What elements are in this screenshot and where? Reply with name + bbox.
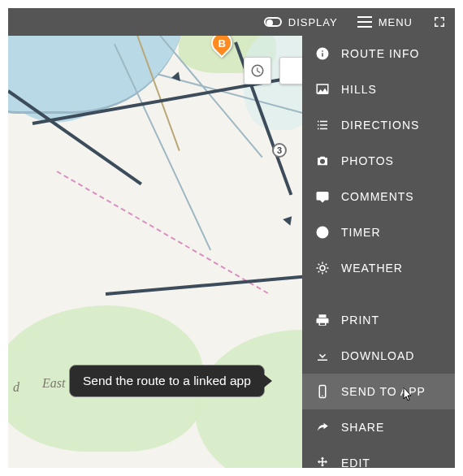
menu-item-timer[interactable]: TIMER xyxy=(302,214,455,250)
tooltip-send-to-app: Send the route to a linked app xyxy=(69,365,265,397)
display-label: DISPLAY xyxy=(288,16,338,28)
display-toggle[interactable]: DISPLAY xyxy=(264,16,338,28)
menu-item-label: TIMER xyxy=(341,226,381,239)
fullscreen-button[interactable] xyxy=(432,15,447,29)
svg-point-3 xyxy=(322,396,323,397)
menu-item-label: DIRECTIONS xyxy=(341,119,419,132)
menu-item-photos[interactable]: PHOTOS xyxy=(302,143,455,179)
menu-item-download[interactable]: DOWNLOAD xyxy=(302,338,455,374)
clock-icon xyxy=(315,225,330,240)
waypoint-badge[interactable]: 3 xyxy=(272,143,287,158)
menu-item-label: SHARE xyxy=(341,421,384,434)
menu-item-edit[interactable]: EDIT xyxy=(302,445,455,468)
comment-icon xyxy=(315,189,330,204)
menu-item-print[interactable]: PRINT xyxy=(302,302,455,338)
menu-label: MENU xyxy=(379,16,413,28)
hills-icon xyxy=(315,82,330,97)
menu-item-label: PRINT xyxy=(341,314,379,327)
topbar: DISPLAY MENU xyxy=(8,8,455,36)
menu-item-label: HILLS xyxy=(341,83,377,96)
menu-item-hills[interactable]: HILLS xyxy=(302,71,455,107)
map-control-button[interactable] xyxy=(279,57,304,84)
menu-item-route-info[interactable]: ROUTE INFO xyxy=(302,36,455,71)
expand-icon xyxy=(432,15,447,29)
move-icon xyxy=(315,456,330,468)
print-icon xyxy=(315,313,330,327)
map-recent-button[interactable] xyxy=(244,57,271,84)
menu-item-label: DOWNLOAD xyxy=(341,349,414,362)
tooltip-text: Send the route to a linked app xyxy=(83,374,251,387)
cursor-pointer-icon xyxy=(401,387,414,403)
svg-point-1 xyxy=(320,266,325,270)
download-icon xyxy=(315,348,330,363)
route-arrow-icon xyxy=(171,71,180,83)
menu-item-label: WEATHER xyxy=(341,262,403,275)
menu-button[interactable]: MENU xyxy=(357,16,413,28)
clock-icon xyxy=(250,63,265,78)
directions-icon xyxy=(315,118,330,132)
menu-item-label: PHOTOS xyxy=(341,154,394,167)
info-icon xyxy=(315,46,330,61)
menu-item-label: COMMENTS xyxy=(341,190,414,203)
menu-item-weather[interactable]: WEATHER xyxy=(302,250,455,286)
share-icon xyxy=(315,420,330,435)
marker-letter: B xyxy=(218,37,225,50)
menu-item-directions[interactable]: DIRECTIONS xyxy=(302,107,455,143)
menu-divider xyxy=(302,286,455,302)
sun-icon xyxy=(315,261,330,275)
menu-item-comments[interactable]: COMMENTS xyxy=(302,179,455,214)
route-arrow-icon xyxy=(283,213,296,225)
map-label-east: East xyxy=(42,376,65,391)
camera-icon xyxy=(315,154,330,168)
toggle-icon xyxy=(264,17,282,27)
hamburger-icon xyxy=(357,21,372,23)
phone-icon xyxy=(315,384,330,399)
menu-dropdown: ROUTE INFO HILLS DIRECTIONS PHOTOS COMME… xyxy=(302,36,455,468)
menu-item-label: EDIT xyxy=(341,457,370,468)
menu-item-share[interactable]: SHARE xyxy=(302,409,455,445)
app-frame: B 3 d East DISPLAY MENU ROUTE INFO xyxy=(0,0,463,476)
menu-item-label: ROUTE INFO xyxy=(341,47,419,60)
map-label-d: d xyxy=(13,380,19,395)
menu-item-send-to-app[interactable]: SEND TO APP xyxy=(302,374,455,409)
